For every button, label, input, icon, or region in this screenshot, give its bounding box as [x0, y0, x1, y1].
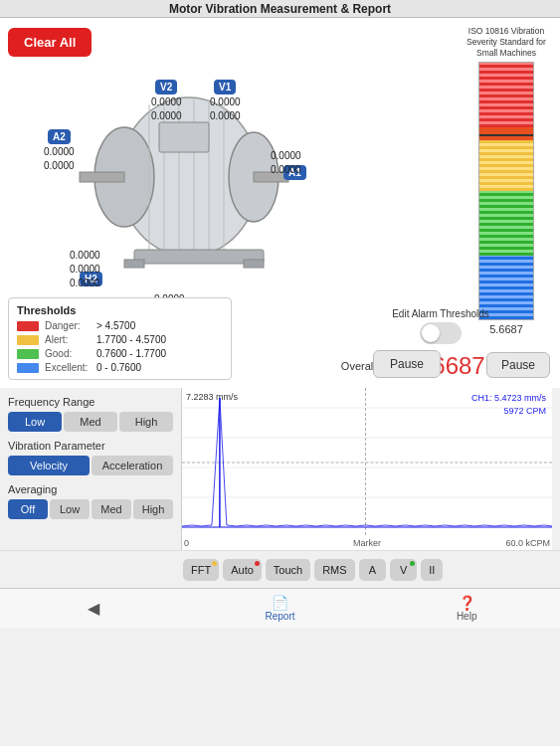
avg-low-button[interactable]: Low	[50, 499, 90, 519]
bottom-button-row: FFT Auto Touch RMS A V II	[0, 550, 560, 588]
header-title: Motor Vibration Measurement & Report	[169, 2, 391, 16]
vibration-param-buttons: Velocity Acceleration	[8, 456, 173, 475]
top-panel: Clear All ISO 10816 Vibration Severity S…	[0, 18, 560, 388]
averaging-group: Averaging Off Low Med High	[8, 483, 173, 519]
avg-high-button[interactable]: High	[133, 499, 173, 519]
h2-value: 0.00000.00000.0000	[70, 249, 100, 290]
threshold-good: Good: 0.7600 - 1.7700	[17, 348, 223, 359]
auto-button[interactable]: Auto	[223, 559, 262, 581]
a2-label[interactable]: A2	[48, 129, 71, 144]
pause-play-button[interactable]: II	[421, 559, 443, 581]
svg-rect-14	[159, 122, 209, 152]
tab-help[interactable]: ❓ Help	[373, 595, 560, 622]
iso-title: ISO 10816 Vibration Severity Standard fo…	[463, 26, 550, 59]
pause-button[interactable]: Pause	[486, 352, 550, 378]
tab-bar: ◀ 📄 Report ❓ Help	[0, 588, 560, 628]
svg-rect-13	[244, 260, 264, 268]
header: Motor Vibration Measurement & Report	[0, 0, 560, 18]
v1-value: 0.00000.0000	[210, 95, 241, 123]
iso-chart: ISO 10816 Vibration Severity Standard fo…	[463, 26, 550, 335]
v2-value: 0.00000.0000	[151, 95, 182, 123]
thresholds-title: Thresholds	[17, 304, 223, 316]
tab-report[interactable]: 📄 Report	[187, 595, 374, 622]
freq-low-button[interactable]: Low	[8, 412, 62, 432]
a2-value: 0.00000.0000	[44, 145, 75, 173]
v2-label[interactable]: V2	[155, 80, 177, 94]
back-icon: ◀	[88, 599, 99, 618]
tab-back[interactable]: ◀	[0, 599, 187, 618]
vibration-param-label: Vibration Parameter	[8, 440, 173, 452]
averaging-label: Averaging	[8, 483, 173, 495]
threshold-danger: Danger: > 4.5700	[17, 320, 223, 331]
edit-alarm-label: Edit Alarm Thresholds	[331, 308, 550, 319]
chart-area: 7.2283 mm/s CH1: 5.4723 mm/s 5972 CPM 0	[181, 388, 552, 550]
chart-x-start: 0	[184, 538, 189, 548]
svg-rect-3	[80, 172, 124, 182]
help-label: Help	[457, 611, 477, 622]
pause-button-top[interactable]: Pause	[373, 350, 441, 378]
param-accel-button[interactable]: Acceleration	[92, 456, 173, 475]
iso-bar	[478, 62, 534, 320]
touch-button[interactable]: Touch	[266, 559, 310, 581]
alarm-toggle[interactable]	[420, 322, 462, 344]
report-label: Report	[266, 611, 295, 622]
chart-x-marker: Marker	[353, 538, 381, 548]
vibration-param-group: Vibration Parameter Velocity Acceleratio…	[8, 440, 173, 475]
avg-med-button[interactable]: Med	[92, 499, 131, 519]
chart-x-end: 60.0 kCPM	[505, 538, 550, 548]
chart-svg	[182, 388, 552, 550]
mid-section: Frequency Range Low Med High Vibration P…	[0, 388, 560, 550]
a1-value: 0.00000.0000	[271, 149, 301, 177]
threshold-alert: Alert: 1.7700 - 4.5700	[17, 334, 223, 345]
report-icon: 📄	[272, 595, 288, 611]
frequency-range-buttons: Low Med High	[8, 412, 173, 432]
avg-off-button[interactable]: Off	[8, 499, 48, 519]
freq-med-button[interactable]: Med	[64, 412, 117, 432]
rms-button[interactable]: RMS	[314, 559, 354, 581]
thresholds-box: Thresholds Danger: > 4.5700 Alert: 1.770…	[8, 297, 232, 380]
controls-left: Frequency Range Low Med High Vibration P…	[0, 388, 181, 550]
clear-all-button[interactable]: Clear All	[8, 28, 92, 57]
averaging-buttons: Off Low Med High	[8, 499, 173, 519]
param-velocity-button[interactable]: Velocity	[8, 456, 90, 475]
freq-high-button[interactable]: High	[119, 412, 173, 432]
v-button[interactable]: V	[390, 559, 417, 581]
threshold-excellent: Excellent: 0 - 0.7600	[17, 362, 223, 373]
svg-rect-12	[124, 260, 144, 268]
fft-button[interactable]: FFT	[183, 559, 219, 581]
v1-label[interactable]: V1	[214, 80, 236, 94]
help-icon: ❓	[459, 595, 475, 611]
frequency-range-label: Frequency Range	[8, 396, 173, 408]
frequency-range-group: Frequency Range Low Med High	[8, 396, 173, 432]
a-button[interactable]: A	[359, 559, 386, 581]
